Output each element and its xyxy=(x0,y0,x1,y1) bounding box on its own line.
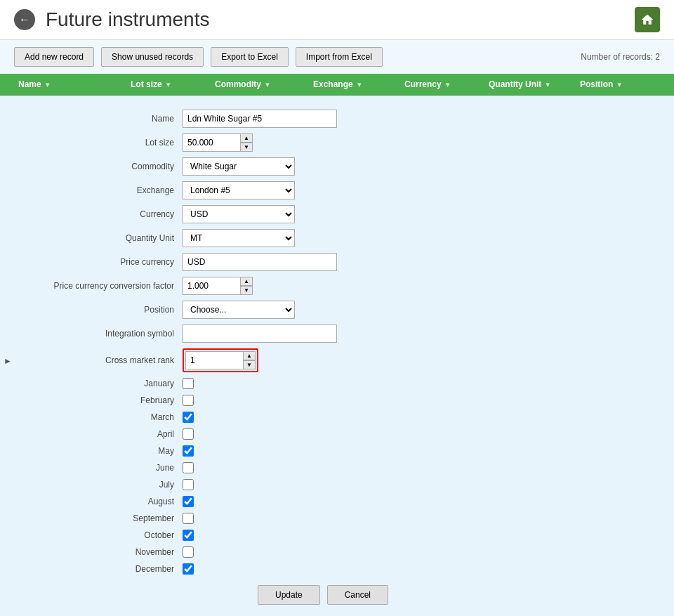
price-currency-row: Price currency xyxy=(14,253,632,271)
month-checkbox-february[interactable] xyxy=(183,395,194,406)
price-conversion-spinbox: ▲ ▼ xyxy=(183,277,253,295)
exchange-select[interactable]: London #5 New York #11 Chicago xyxy=(183,181,295,199)
month-checkbox-november[interactable] xyxy=(183,546,194,558)
cross-market-up[interactable]: ▲ xyxy=(243,351,256,360)
month-row-april: April xyxy=(14,428,632,440)
exchange-row: Exchange London #5 New York #11 Chicago xyxy=(14,181,632,199)
integration-symbol-input[interactable] xyxy=(183,325,337,343)
import-excel-button[interactable]: Import from Excel xyxy=(296,47,383,67)
add-record-button[interactable]: Add new record xyxy=(14,47,94,67)
month-checkbox-april[interactable] xyxy=(183,428,194,440)
month-label-august: August xyxy=(14,497,183,506)
sort-exchange-icon: ▼ xyxy=(356,81,363,89)
month-row-september: September xyxy=(14,513,632,524)
sort-commodity-icon: ▼ xyxy=(264,81,271,89)
col-position[interactable]: Position ▼ xyxy=(576,77,674,92)
month-checkbox-december[interactable] xyxy=(183,563,194,575)
cross-market-rank-label: Cross market rank xyxy=(14,355,183,365)
month-label-april: April xyxy=(14,429,183,439)
top-bar: ← Future instruments xyxy=(0,0,674,40)
price-conversion-down[interactable]: ▼ xyxy=(240,286,253,295)
month-checkbox-march[interactable] xyxy=(183,412,194,423)
home-button[interactable] xyxy=(635,7,660,32)
month-row-june: June xyxy=(14,462,632,473)
price-currency-input[interactable] xyxy=(183,253,337,271)
cancel-button[interactable]: Cancel xyxy=(327,585,388,605)
quantity-unit-select[interactable]: MT LB KG TON xyxy=(183,229,295,247)
month-checkbox-july[interactable] xyxy=(183,479,194,490)
show-unused-button[interactable]: Show unused records xyxy=(101,47,204,67)
month-checkbox-june[interactable] xyxy=(183,462,194,473)
sort-position-icon: ▼ xyxy=(616,81,623,89)
month-checkbox-august[interactable] xyxy=(183,496,194,507)
col-name[interactable]: Name ▼ xyxy=(14,77,126,92)
month-label-july: July xyxy=(14,480,183,490)
lot-size-label: Lot size xyxy=(14,138,183,148)
month-label-may: May xyxy=(14,446,183,456)
month-label-march: March xyxy=(14,412,183,422)
col-exchange[interactable]: Exchange ▼ xyxy=(309,77,400,92)
position-row: Position Choose... Long Short xyxy=(14,301,632,319)
name-row: Name xyxy=(14,110,632,128)
toolbar: Add new record Show unused records Expor… xyxy=(0,40,674,74)
month-label-november: November xyxy=(14,547,183,557)
records-count: Number of records: 2 xyxy=(581,52,660,62)
sort-name-icon: ▼ xyxy=(44,81,51,89)
month-label-december: December xyxy=(14,564,183,574)
form-section: ► Name Lot size ▲ ▼ Commodity White Suga… xyxy=(0,96,674,616)
price-conversion-label: Price currency conversion factor xyxy=(14,281,183,291)
col-commodity[interactable]: Commodity ▼ xyxy=(211,77,309,92)
commodity-label: Commodity xyxy=(14,162,183,171)
sort-currency-icon: ▼ xyxy=(444,81,451,89)
price-conversion-up[interactable]: ▲ xyxy=(240,277,253,286)
integration-symbol-label: Integration symbol xyxy=(14,329,183,339)
month-row-august: August xyxy=(14,496,632,507)
month-checkbox-october[interactable] xyxy=(183,530,194,541)
export-excel-button[interactable]: Export to Excel xyxy=(211,47,289,67)
update-button[interactable]: Update xyxy=(258,585,320,605)
quantity-unit-row: Quantity Unit MT LB KG TON xyxy=(14,229,632,247)
currency-label: Currency xyxy=(14,209,183,219)
currency-row: Currency USD EUR GBP xyxy=(14,205,632,223)
lot-size-up[interactable]: ▲ xyxy=(240,133,253,143)
main-content: ► Name Lot size ▲ ▼ Commodity White Suga… xyxy=(0,96,674,616)
cross-market-rank-row: Cross market rank ▲ ▼ xyxy=(14,348,632,372)
month-row-november: November xyxy=(14,546,632,558)
month-row-december: December xyxy=(14,563,632,575)
lot-size-row: Lot size ▲ ▼ xyxy=(14,133,632,152)
cross-market-down[interactable]: ▼ xyxy=(243,360,256,369)
grid-header: Name ▼ Lot size ▼ Commodity ▼ Exchange ▼… xyxy=(0,74,674,96)
form-expand-arrow[interactable]: ► xyxy=(4,356,12,366)
exchange-label: Exchange xyxy=(14,185,183,195)
month-row-may: May xyxy=(14,445,632,457)
name-input[interactable] xyxy=(183,110,337,128)
month-checkbox-may[interactable] xyxy=(183,445,194,457)
position-label: Position xyxy=(14,305,183,315)
month-checkboxes: JanuaryFebruaryMarchAprilMayJuneJulyAugu… xyxy=(14,378,632,575)
month-checkbox-september[interactable] xyxy=(183,513,194,524)
month-row-january: January xyxy=(14,378,632,389)
col-lot-size[interactable]: Lot size ▼ xyxy=(126,77,211,92)
commodity-row: Commodity White Sugar Raw Sugar Corn Whe… xyxy=(14,157,632,176)
currency-select[interactable]: USD EUR GBP xyxy=(183,205,295,223)
name-label: Name xyxy=(14,114,183,124)
quantity-unit-label: Quantity Unit xyxy=(14,233,183,243)
col-quantity-unit[interactable]: Quantity Unit ▼ xyxy=(484,77,576,92)
action-row: Update Cancel xyxy=(14,585,632,605)
back-button[interactable]: ← xyxy=(14,9,35,30)
lot-size-down[interactable]: ▼ xyxy=(240,143,253,152)
month-row-october: October xyxy=(14,530,632,541)
month-label-september: September xyxy=(14,513,183,523)
month-label-february: February xyxy=(14,395,183,405)
col-expand xyxy=(0,77,14,92)
price-currency-label: Price currency xyxy=(14,257,183,267)
month-checkbox-january[interactable] xyxy=(183,378,194,389)
month-row-march: March xyxy=(14,412,632,423)
month-row-july: July xyxy=(14,479,632,490)
month-label-january: January xyxy=(14,379,183,388)
position-select[interactable]: Choose... Long Short xyxy=(183,301,295,319)
integration-symbol-row: Integration symbol xyxy=(14,325,632,343)
sort-quantity-icon: ▼ xyxy=(544,81,551,89)
commodity-select[interactable]: White Sugar Raw Sugar Corn Wheat xyxy=(183,157,295,176)
col-currency[interactable]: Currency ▼ xyxy=(400,77,484,92)
